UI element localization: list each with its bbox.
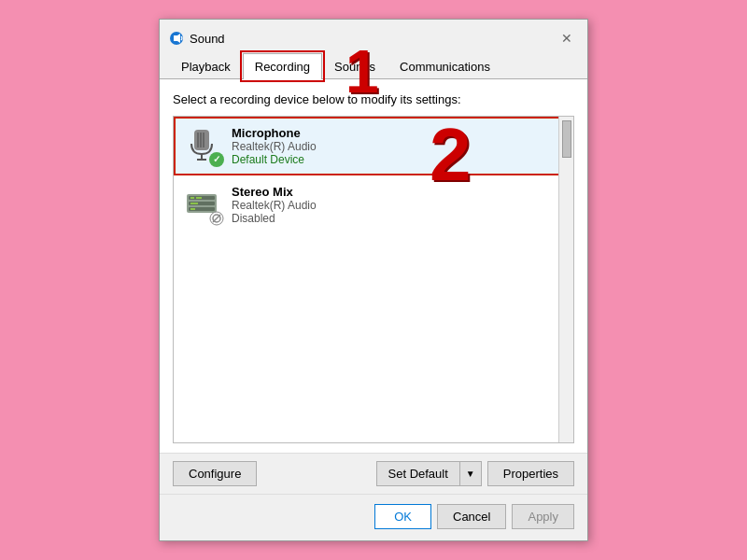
ok-button[interactable]: OK: [374, 504, 431, 529]
disabled-badge: [209, 211, 224, 226]
microphone-icon-wrap: ✓: [185, 128, 222, 165]
stereo-mix-info: Stereo Mix Realtek(R) Audio Disabled: [232, 185, 317, 225]
stereo-mix-status: Disabled: [232, 212, 317, 225]
microphone-driver: Realtek(R) Audio: [232, 140, 317, 153]
properties-button[interactable]: Properties: [487, 461, 574, 486]
svg-rect-4: [203, 133, 204, 147]
svg-rect-2: [197, 133, 199, 147]
stereo-mix-icon-wrap: [185, 187, 222, 224]
device-list: ✓ Microphone Realtek(R) Audio Default De…: [173, 116, 574, 443]
bottom-button-bar: Configure Set Default ▼ Properties: [160, 453, 587, 494]
set-default-dropdown[interactable]: ▼: [459, 461, 482, 486]
tab-sounds[interactable]: Sounds: [322, 53, 388, 79]
microphone-status: Default Device: [232, 153, 317, 166]
svg-rect-12: [196, 197, 202, 199]
tab-bar: Playback Recording Sounds Communications: [160, 53, 587, 79]
sound-app-icon: [169, 31, 184, 46]
scrollbar-thumb[interactable]: [562, 120, 571, 158]
svg-rect-3: [200, 133, 202, 147]
tab-recording[interactable]: Recording: [243, 53, 322, 79]
default-check-badge: ✓: [209, 152, 224, 167]
stereo-mix-driver: Realtek(R) Audio: [232, 199, 317, 212]
cancel-button[interactable]: Cancel: [437, 504, 506, 529]
svg-rect-11: [190, 197, 194, 199]
tab-communications[interactable]: Communications: [388, 53, 502, 79]
tab-content: Select a recording device below to modif…: [160, 79, 587, 453]
window-title: Sound: [190, 32, 556, 46]
svg-rect-13: [190, 203, 198, 204]
microphone-info: Microphone Realtek(R) Audio Default Devi…: [232, 126, 317, 166]
set-default-button[interactable]: Set Default: [376, 461, 459, 486]
tab-playback[interactable]: Playback: [169, 53, 243, 79]
device-item-stereo-mix[interactable]: Stereo Mix Realtek(R) Audio Disabled: [174, 175, 573, 234]
microphone-name: Microphone: [232, 126, 317, 140]
instruction-text: Select a recording device below to modif…: [173, 92, 574, 106]
device-item-microphone[interactable]: ✓ Microphone Realtek(R) Audio Default De…: [174, 117, 573, 175]
svg-rect-14: [190, 208, 195, 210]
stereo-mix-name: Stereo Mix: [232, 185, 317, 199]
configure-button[interactable]: Configure: [173, 461, 257, 486]
scrollbar[interactable]: [558, 117, 573, 442]
title-bar: Sound ✕: [160, 20, 587, 53]
close-button[interactable]: ✕: [556, 27, 578, 49]
sound-dialog: Sound ✕ Playback Recording Sounds Commun…: [159, 19, 588, 541]
apply-button[interactable]: Apply: [512, 504, 574, 529]
footer-button-bar: OK Cancel Apply: [160, 494, 587, 540]
set-default-split-button[interactable]: Set Default ▼: [376, 461, 482, 486]
